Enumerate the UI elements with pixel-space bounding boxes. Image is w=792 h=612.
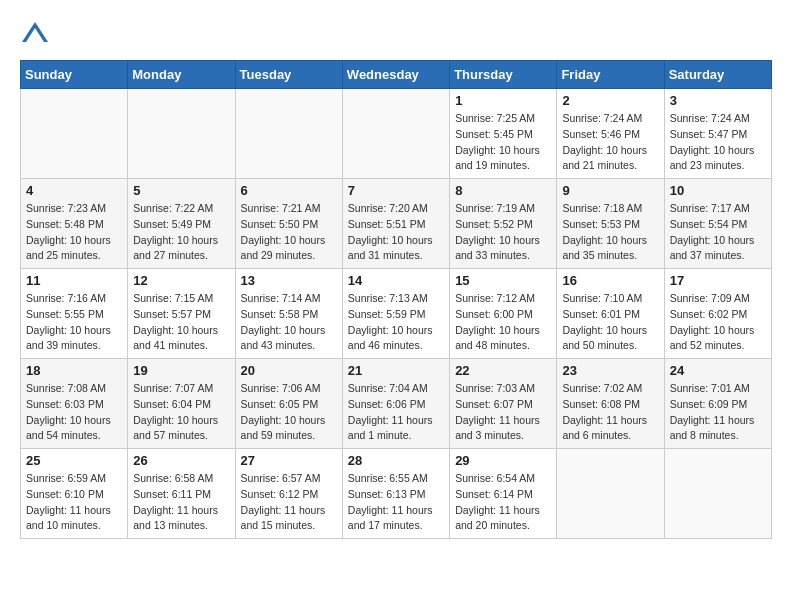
day-header-sunday: Sunday bbox=[21, 61, 128, 89]
calendar-cell bbox=[21, 89, 128, 179]
day-number: 5 bbox=[133, 183, 229, 198]
calendar-cell: 4Sunrise: 7:23 AMSunset: 5:48 PMDaylight… bbox=[21, 179, 128, 269]
calendar-cell: 14Sunrise: 7:13 AMSunset: 5:59 PMDayligh… bbox=[342, 269, 449, 359]
day-info: Sunrise: 7:09 AMSunset: 6:02 PMDaylight:… bbox=[670, 291, 766, 354]
day-number: 3 bbox=[670, 93, 766, 108]
day-info: Sunrise: 7:21 AMSunset: 5:50 PMDaylight:… bbox=[241, 201, 337, 264]
calendar-cell: 13Sunrise: 7:14 AMSunset: 5:58 PMDayligh… bbox=[235, 269, 342, 359]
calendar-cell: 25Sunrise: 6:59 AMSunset: 6:10 PMDayligh… bbox=[21, 449, 128, 539]
day-number: 29 bbox=[455, 453, 551, 468]
day-info: Sunrise: 7:24 AMSunset: 5:46 PMDaylight:… bbox=[562, 111, 658, 174]
day-info: Sunrise: 7:17 AMSunset: 5:54 PMDaylight:… bbox=[670, 201, 766, 264]
day-number: 16 bbox=[562, 273, 658, 288]
calendar-cell bbox=[235, 89, 342, 179]
day-info: Sunrise: 6:58 AMSunset: 6:11 PMDaylight:… bbox=[133, 471, 229, 534]
day-number: 13 bbox=[241, 273, 337, 288]
calendar-cell: 26Sunrise: 6:58 AMSunset: 6:11 PMDayligh… bbox=[128, 449, 235, 539]
day-number: 28 bbox=[348, 453, 444, 468]
day-number: 8 bbox=[455, 183, 551, 198]
calendar-cell: 18Sunrise: 7:08 AMSunset: 6:03 PMDayligh… bbox=[21, 359, 128, 449]
calendar-week-3: 11Sunrise: 7:16 AMSunset: 5:55 PMDayligh… bbox=[21, 269, 772, 359]
day-info: Sunrise: 7:10 AMSunset: 6:01 PMDaylight:… bbox=[562, 291, 658, 354]
day-number: 7 bbox=[348, 183, 444, 198]
day-info: Sunrise: 7:16 AMSunset: 5:55 PMDaylight:… bbox=[26, 291, 122, 354]
day-header-wednesday: Wednesday bbox=[342, 61, 449, 89]
day-number: 15 bbox=[455, 273, 551, 288]
day-number: 23 bbox=[562, 363, 658, 378]
day-number: 22 bbox=[455, 363, 551, 378]
day-info: Sunrise: 7:25 AMSunset: 5:45 PMDaylight:… bbox=[455, 111, 551, 174]
day-info: Sunrise: 7:14 AMSunset: 5:58 PMDaylight:… bbox=[241, 291, 337, 354]
calendar-week-4: 18Sunrise: 7:08 AMSunset: 6:03 PMDayligh… bbox=[21, 359, 772, 449]
day-number: 4 bbox=[26, 183, 122, 198]
calendar-cell: 21Sunrise: 7:04 AMSunset: 6:06 PMDayligh… bbox=[342, 359, 449, 449]
logo-icon bbox=[20, 20, 50, 50]
calendar-cell: 28Sunrise: 6:55 AMSunset: 6:13 PMDayligh… bbox=[342, 449, 449, 539]
day-number: 17 bbox=[670, 273, 766, 288]
calendar-cell: 12Sunrise: 7:15 AMSunset: 5:57 PMDayligh… bbox=[128, 269, 235, 359]
page-header bbox=[20, 20, 772, 50]
day-number: 2 bbox=[562, 93, 658, 108]
day-info: Sunrise: 7:06 AMSunset: 6:05 PMDaylight:… bbox=[241, 381, 337, 444]
day-number: 14 bbox=[348, 273, 444, 288]
calendar-cell: 27Sunrise: 6:57 AMSunset: 6:12 PMDayligh… bbox=[235, 449, 342, 539]
calendar-cell: 22Sunrise: 7:03 AMSunset: 6:07 PMDayligh… bbox=[450, 359, 557, 449]
day-header-tuesday: Tuesday bbox=[235, 61, 342, 89]
day-info: Sunrise: 7:24 AMSunset: 5:47 PMDaylight:… bbox=[670, 111, 766, 174]
calendar-cell: 29Sunrise: 6:54 AMSunset: 6:14 PMDayligh… bbox=[450, 449, 557, 539]
calendar-cell: 7Sunrise: 7:20 AMSunset: 5:51 PMDaylight… bbox=[342, 179, 449, 269]
day-number: 11 bbox=[26, 273, 122, 288]
calendar-cell: 19Sunrise: 7:07 AMSunset: 6:04 PMDayligh… bbox=[128, 359, 235, 449]
calendar-cell bbox=[664, 449, 771, 539]
day-number: 10 bbox=[670, 183, 766, 198]
day-number: 6 bbox=[241, 183, 337, 198]
day-info: Sunrise: 7:07 AMSunset: 6:04 PMDaylight:… bbox=[133, 381, 229, 444]
day-info: Sunrise: 7:08 AMSunset: 6:03 PMDaylight:… bbox=[26, 381, 122, 444]
day-number: 1 bbox=[455, 93, 551, 108]
day-number: 24 bbox=[670, 363, 766, 378]
day-info: Sunrise: 7:01 AMSunset: 6:09 PMDaylight:… bbox=[670, 381, 766, 444]
calendar-cell: 10Sunrise: 7:17 AMSunset: 5:54 PMDayligh… bbox=[664, 179, 771, 269]
day-number: 27 bbox=[241, 453, 337, 468]
day-number: 20 bbox=[241, 363, 337, 378]
day-info: Sunrise: 7:02 AMSunset: 6:08 PMDaylight:… bbox=[562, 381, 658, 444]
day-info: Sunrise: 7:03 AMSunset: 6:07 PMDaylight:… bbox=[455, 381, 551, 444]
day-info: Sunrise: 6:55 AMSunset: 6:13 PMDaylight:… bbox=[348, 471, 444, 534]
calendar-cell: 17Sunrise: 7:09 AMSunset: 6:02 PMDayligh… bbox=[664, 269, 771, 359]
day-info: Sunrise: 7:04 AMSunset: 6:06 PMDaylight:… bbox=[348, 381, 444, 444]
day-number: 26 bbox=[133, 453, 229, 468]
day-info: Sunrise: 6:54 AMSunset: 6:14 PMDaylight:… bbox=[455, 471, 551, 534]
calendar-cell: 20Sunrise: 7:06 AMSunset: 6:05 PMDayligh… bbox=[235, 359, 342, 449]
calendar-cell: 8Sunrise: 7:19 AMSunset: 5:52 PMDaylight… bbox=[450, 179, 557, 269]
day-number: 19 bbox=[133, 363, 229, 378]
day-info: Sunrise: 7:19 AMSunset: 5:52 PMDaylight:… bbox=[455, 201, 551, 264]
calendar-body: 1Sunrise: 7:25 AMSunset: 5:45 PMDaylight… bbox=[21, 89, 772, 539]
calendar-cell bbox=[557, 449, 664, 539]
calendar-cell: 3Sunrise: 7:24 AMSunset: 5:47 PMDaylight… bbox=[664, 89, 771, 179]
day-number: 9 bbox=[562, 183, 658, 198]
calendar-cell: 5Sunrise: 7:22 AMSunset: 5:49 PMDaylight… bbox=[128, 179, 235, 269]
calendar-cell: 11Sunrise: 7:16 AMSunset: 5:55 PMDayligh… bbox=[21, 269, 128, 359]
calendar-cell: 9Sunrise: 7:18 AMSunset: 5:53 PMDaylight… bbox=[557, 179, 664, 269]
calendar-table: SundayMondayTuesdayWednesdayThursdayFrid… bbox=[20, 60, 772, 539]
day-info: Sunrise: 7:22 AMSunset: 5:49 PMDaylight:… bbox=[133, 201, 229, 264]
day-header-saturday: Saturday bbox=[664, 61, 771, 89]
day-number: 21 bbox=[348, 363, 444, 378]
day-info: Sunrise: 7:18 AMSunset: 5:53 PMDaylight:… bbox=[562, 201, 658, 264]
day-info: Sunrise: 7:12 AMSunset: 6:00 PMDaylight:… bbox=[455, 291, 551, 354]
day-info: Sunrise: 6:57 AMSunset: 6:12 PMDaylight:… bbox=[241, 471, 337, 534]
day-number: 18 bbox=[26, 363, 122, 378]
calendar-week-5: 25Sunrise: 6:59 AMSunset: 6:10 PMDayligh… bbox=[21, 449, 772, 539]
calendar-week-1: 1Sunrise: 7:25 AMSunset: 5:45 PMDaylight… bbox=[21, 89, 772, 179]
calendar-cell: 6Sunrise: 7:21 AMSunset: 5:50 PMDaylight… bbox=[235, 179, 342, 269]
day-header-thursday: Thursday bbox=[450, 61, 557, 89]
calendar-cell: 24Sunrise: 7:01 AMSunset: 6:09 PMDayligh… bbox=[664, 359, 771, 449]
calendar-cell: 1Sunrise: 7:25 AMSunset: 5:45 PMDaylight… bbox=[450, 89, 557, 179]
day-info: Sunrise: 7:20 AMSunset: 5:51 PMDaylight:… bbox=[348, 201, 444, 264]
calendar-cell: 15Sunrise: 7:12 AMSunset: 6:00 PMDayligh… bbox=[450, 269, 557, 359]
calendar-header-row: SundayMondayTuesdayWednesdayThursdayFrid… bbox=[21, 61, 772, 89]
calendar-cell: 23Sunrise: 7:02 AMSunset: 6:08 PMDayligh… bbox=[557, 359, 664, 449]
calendar-cell: 2Sunrise: 7:24 AMSunset: 5:46 PMDaylight… bbox=[557, 89, 664, 179]
calendar-cell bbox=[342, 89, 449, 179]
calendar-cell: 16Sunrise: 7:10 AMSunset: 6:01 PMDayligh… bbox=[557, 269, 664, 359]
